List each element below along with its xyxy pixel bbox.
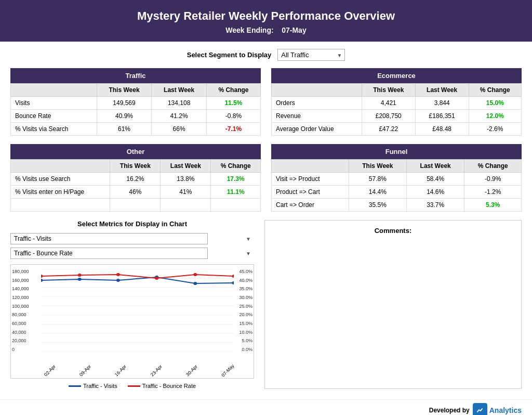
footer-developed-by: Developed by — [429, 407, 470, 414]
funnel-col-2: Last Week — [407, 160, 464, 173]
segment-select[interactable]: All Traffic Organic Paid Direct Referral — [277, 49, 345, 61]
funnel-col-3: % Change — [464, 160, 522, 173]
other-table: This Week Last Week % Change % Visits us… — [10, 159, 261, 212]
svg-point-19 — [155, 277, 158, 280]
x-axis-labels: 02-Apr 09-Apr 16-Apr 23-Apr 30-Apr 07-Ma… — [41, 367, 234, 374]
ecommerce-table: This Week Last Week % Change Orders 4,42… — [271, 83, 522, 136]
funnel-col-1: This Week — [349, 160, 406, 173]
chart-title: Select Metrics for Display in Chart — [10, 220, 254, 228]
funnel-label: Visit => Product — [272, 173, 349, 186]
svg-point-12 — [116, 279, 120, 282]
ecom-row: Average Order Value £47.22 £48.48 -2.6% — [272, 123, 522, 136]
traffic-table: This Week Last Week % Change Visits 149,… — [10, 83, 261, 136]
funnel-pct-change: 5.3% — [464, 199, 522, 212]
svg-point-18 — [116, 273, 120, 276]
footer-logo: Analytics — [473, 403, 522, 415]
ecom-row: Orders 4,421 3,844 15.0% — [272, 97, 522, 110]
funnel-table-title: Funnel — [271, 144, 522, 159]
funnel-this-week: 57.8% — [349, 173, 406, 186]
footer: Developed by Analytics — [0, 399, 532, 415]
traffic-row: % Visits via Search 61% 66% -7.1% — [11, 123, 261, 136]
other-col-2: Last Week — [161, 160, 211, 173]
traffic-pct-change: -7.1% — [206, 123, 260, 136]
svg-point-16 — [41, 275, 43, 278]
traffic-col-1: This Week — [97, 84, 152, 97]
svg-point-17 — [78, 274, 82, 277]
chart-dropdown1-wrapper[interactable]: Traffic - Visits Traffic - Bounce Rate %… — [10, 233, 254, 244]
analytics-logo-text: Analytics — [489, 406, 522, 414]
traffic-last-week: 134,108 — [152, 97, 207, 110]
traffic-this-week: 149,569 — [97, 97, 152, 110]
chart-container: Select Metrics for Display in Chart Traf… — [10, 220, 254, 389]
other-table-title: Other — [10, 144, 261, 159]
segment-select-wrapper[interactable]: All Traffic Organic Paid Direct Referral — [277, 49, 345, 61]
funnel-this-week: 35.5% — [349, 199, 406, 212]
logo-svg — [475, 405, 485, 415]
chart-legend: Traffic - Visits Traffic - Bounce Rate — [10, 383, 254, 389]
ecom-label: Revenue — [272, 110, 362, 123]
ecom-col-1: This Week — [362, 84, 415, 97]
ecom-this-week: £47.22 — [362, 123, 415, 136]
ecom-last-week: 3,844 — [415, 97, 469, 110]
other-last-week: 13.8% — [161, 173, 211, 186]
svg-point-14 — [193, 282, 197, 285]
traffic-col-0 — [11, 84, 97, 97]
funnel-row: Visit => Product 57.8% 58.4% -0.9% — [272, 173, 522, 186]
week-label: Week Ending: — [225, 26, 273, 34]
funnel-last-week: 14.6% — [407, 186, 464, 199]
other-pct-change: 17.3% — [211, 173, 261, 186]
bounce-line — [41, 275, 234, 278]
funnel-label: Product => Cart — [272, 186, 349, 199]
funnel-pct-change: -1.2% — [464, 186, 522, 199]
other-row: % Visits use Search 16.2% 13.8% 17.3% — [11, 173, 261, 186]
traffic-pct-change: -0.8% — [206, 110, 260, 123]
other-label: % Visits use Search — [11, 173, 110, 186]
analytics-logo-icon — [473, 403, 487, 415]
top-tables-row: Traffic This Week Last Week % Change Vis… — [10, 68, 522, 136]
other-row: % Visits enter on H/Page 46% 41% 11.1% — [11, 186, 261, 199]
funnel-row: Cart => Order 35.5% 33.7% 5.3% — [272, 199, 522, 212]
traffic-pct-change: 11.5% — [206, 97, 260, 110]
chart-dropdown1[interactable]: Traffic - Visits Traffic - Bounce Rate %… — [10, 233, 208, 244]
ecom-pct-change: 12.0% — [469, 110, 521, 123]
other-pct-change: 11.1% — [211, 186, 261, 199]
legend-visits-label: Traffic - Visits — [83, 383, 117, 389]
other-last-week: 41% — [161, 186, 211, 199]
segment-selector-row: Select Segment to Display All Traffic Or… — [10, 49, 522, 61]
chart-dropdown2[interactable]: Traffic - Visits Traffic - Bounce Rate %… — [10, 248, 208, 259]
ecom-pct-change: -2.6% — [469, 123, 521, 136]
funnel-this-week: 14.4% — [349, 186, 406, 199]
funnel-label: Cart => Order — [272, 199, 349, 212]
chart-dropdowns: Traffic - Visits Traffic - Bounce Rate %… — [10, 233, 254, 259]
legend-visits: Traffic - Visits — [69, 383, 117, 389]
main-content: Select Segment to Display All Traffic Or… — [0, 42, 532, 399]
ecom-label: Average Order Value — [272, 123, 362, 136]
legend-visits-color — [69, 385, 81, 387]
other-table-section: Other This Week Last Week % Change % Vis… — [10, 144, 261, 212]
traffic-this-week: 61% — [97, 123, 152, 136]
ecom-this-week: 4,421 — [362, 97, 415, 110]
ecom-col-3: % Change — [469, 84, 521, 97]
ecom-pct-change: 15.0% — [469, 97, 521, 110]
svg-point-10 — [41, 279, 43, 282]
funnel-table: This Week Last Week % Change Visit => Pr… — [271, 159, 522, 212]
comments-section: Comments: — [264, 220, 522, 389]
legend-bounce-color — [128, 385, 140, 387]
traffic-last-week: 66% — [152, 123, 207, 136]
ecom-last-week: £48.48 — [415, 123, 469, 136]
funnel-row: Product => Cart 14.4% 14.6% -1.2% — [272, 186, 522, 199]
page-header: Mystery Retailer Weekly Performance Over… — [0, 0, 532, 42]
week-ending: Week Ending: 07-May — [5, 26, 527, 34]
other-col-0 — [11, 160, 110, 173]
segment-label: Select Segment to Display — [187, 51, 272, 59]
traffic-col-2: Last Week — [152, 84, 207, 97]
traffic-this-week: 40.9% — [97, 110, 152, 123]
other-this-week: 16.2% — [110, 173, 161, 186]
funnel-last-week: 33.7% — [407, 199, 464, 212]
chart-dropdown2-wrapper[interactable]: Traffic - Visits Traffic - Bounce Rate %… — [10, 248, 254, 259]
ecom-col-0 — [272, 84, 362, 97]
legend-bounce-label: Traffic - Bounce Rate — [142, 383, 196, 389]
other-this-week: 46% — [110, 186, 161, 199]
bottom-row: Select Metrics for Display in Chart Traf… — [10, 220, 522, 389]
ecom-col-2: Last Week — [415, 84, 469, 97]
